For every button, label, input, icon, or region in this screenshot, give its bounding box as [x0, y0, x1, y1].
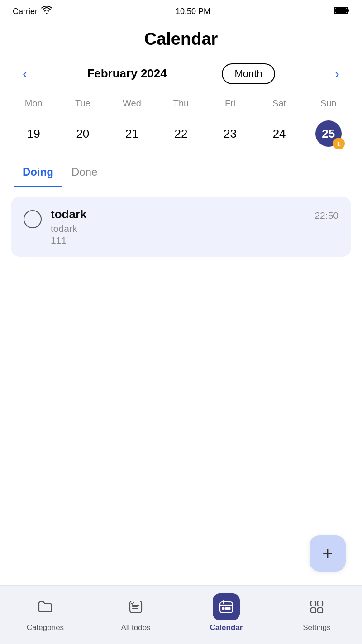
folder-icon: [32, 593, 59, 620]
day-header-tue: Tue: [58, 96, 108, 111]
task-meta: 22:50: [314, 207, 338, 221]
nav-item-categories[interactable]: Categories: [0, 593, 90, 632]
carrier-label: Carrier: [13, 7, 38, 16]
month-view-button[interactable]: Month: [222, 63, 275, 84]
svg-rect-1: [348, 9, 349, 12]
day-header-sun: Sun: [304, 96, 353, 111]
day-header-thu: Thu: [157, 96, 206, 111]
svg-rect-11: [318, 608, 323, 613]
day-21[interactable]: 21: [107, 116, 157, 151]
svg-rect-8: [311, 601, 316, 606]
settings-icon: [303, 593, 330, 620]
checklist-icon: [122, 593, 149, 620]
prev-month-button[interactable]: ‹: [18, 62, 32, 85]
svg-rect-5: [222, 607, 224, 610]
day-row: 19 20 21 22 23 24 25 1: [0, 116, 362, 151]
task-checkbox[interactable]: [24, 210, 42, 228]
month-year-label: February 2024: [87, 67, 167, 81]
svg-rect-6: [225, 607, 228, 610]
day-headers: Mon Tue Wed Thu Fri Sat Sun: [0, 96, 362, 111]
day-19[interactable]: 19: [9, 116, 58, 151]
day-header-mon: Mon: [9, 96, 58, 111]
add-button[interactable]: +: [310, 535, 346, 572]
nav-item-settings[interactable]: Settings: [272, 593, 362, 632]
day-25-badge: 1: [333, 138, 345, 149]
day-22[interactable]: 22: [157, 116, 206, 151]
bottom-nav: Categories All todos Calendar: [0, 585, 362, 644]
nav-label-calendar: Calendar: [210, 623, 243, 632]
day-24[interactable]: 24: [255, 116, 304, 151]
day-23[interactable]: 23: [205, 116, 255, 151]
page-title: Calendar: [0, 21, 362, 62]
nav-item-alltodos[interactable]: All todos: [90, 593, 181, 632]
day-header-sat: Sat: [255, 96, 304, 111]
svg-rect-7: [228, 607, 230, 610]
day-25[interactable]: 25 1: [304, 116, 353, 151]
day-20[interactable]: 20: [58, 116, 108, 151]
task-card: todark todark 111 22:50: [11, 197, 351, 257]
task-list: todark todark 111 22:50: [0, 197, 362, 257]
svg-rect-10: [311, 608, 316, 613]
day-header-wed: Wed: [107, 96, 157, 111]
status-bar: Carrier 10:50 PM: [0, 0, 362, 21]
svg-rect-2: [335, 8, 347, 13]
calendar-nav: ‹ February 2024 Month ›: [0, 62, 362, 85]
nav-item-calendar[interactable]: Calendar: [181, 593, 272, 632]
day-header-fri: Fri: [205, 96, 255, 111]
task-time: 22:50: [314, 210, 338, 221]
task-note: 111: [51, 235, 305, 246]
battery-icon: [334, 6, 349, 17]
tab-done[interactable]: Done: [62, 160, 106, 187]
task-content: todark todark 111: [51, 207, 305, 246]
wifi-icon: [41, 6, 52, 17]
task-subtitle: todark: [51, 223, 305, 234]
task-title: todark: [51, 207, 305, 221]
tab-doing[interactable]: Doing: [14, 160, 62, 187]
nav-label-alltodos: All todos: [121, 623, 150, 632]
next-month-button[interactable]: ›: [330, 62, 344, 85]
nav-label-categories: Categories: [27, 623, 64, 632]
svg-rect-9: [318, 601, 323, 606]
nav-label-settings: Settings: [303, 623, 330, 632]
calendar-icon: [213, 593, 240, 620]
status-time: 10:50 PM: [176, 7, 210, 16]
tabs: Doing Done: [0, 160, 362, 187]
